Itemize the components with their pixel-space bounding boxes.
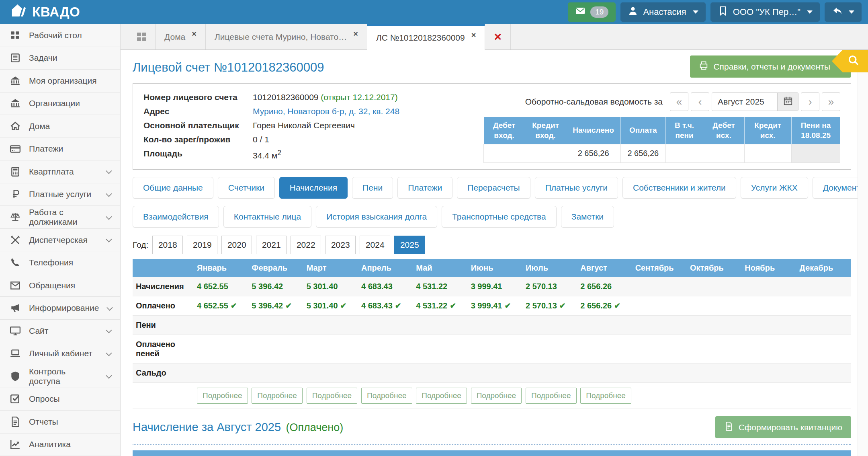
back-actions-menu[interactable] bbox=[825, 2, 862, 22]
next-year-button[interactable]: » bbox=[822, 92, 840, 111]
tab-meters[interactable]: Счетчики bbox=[218, 177, 275, 199]
tab-paid-services[interactable]: Платные услуги bbox=[535, 177, 618, 199]
year-2024-button[interactable]: 2024 bbox=[360, 236, 390, 254]
sidebar-item-paid-services[interactable]: Платные услуги bbox=[0, 183, 120, 206]
report-icon bbox=[10, 416, 21, 427]
sidebar-item-tasks[interactable]: Задачи bbox=[0, 47, 120, 70]
details-button-july[interactable]: Подробнее bbox=[526, 388, 577, 404]
prev-month-button[interactable]: ‹ bbox=[691, 92, 709, 111]
payer-name: Горев Николай Сергеевич bbox=[253, 121, 399, 130]
prev-year-button[interactable]: « bbox=[670, 92, 688, 111]
chevron-down-icon bbox=[106, 327, 112, 333]
tab-owners-residents[interactable]: Собственники и жители bbox=[622, 177, 736, 199]
details-button-february[interactable]: Подробнее bbox=[252, 388, 303, 404]
year-2022-button[interactable]: 2022 bbox=[291, 236, 321, 254]
sidebar-item-my-organization[interactable]: Моя организация bbox=[0, 70, 120, 92]
megaphone-icon bbox=[10, 302, 21, 314]
tab-penalties[interactable]: Пени bbox=[352, 177, 393, 199]
tab-utilities[interactable]: Услуги ЖКХ bbox=[741, 177, 808, 199]
calendar-button[interactable] bbox=[777, 93, 798, 111]
period-picker[interactable]: Август 2025 bbox=[712, 92, 798, 111]
details-button-march[interactable]: Подробнее bbox=[307, 388, 358, 404]
grid-icon bbox=[137, 33, 146, 41]
tab-interactions[interactable]: Взаимодействия bbox=[133, 206, 219, 228]
accrual-section-title: Начисление за Август 2025 bbox=[133, 421, 281, 433]
close-all-tabs-button[interactable]: × bbox=[485, 24, 511, 49]
sidebar-item-personal-account[interactable]: Личный кабинет bbox=[0, 342, 120, 365]
kvado-house-icon bbox=[10, 2, 27, 22]
paid-check-icon: ✔ bbox=[450, 302, 456, 310]
tab-general-data[interactable]: Общие данные bbox=[133, 177, 213, 199]
year-2021-button[interactable]: 2021 bbox=[256, 236, 287, 254]
paid-check-icon: ✔ bbox=[285, 302, 292, 310]
sidebar-item-telephony[interactable]: Телефония bbox=[0, 251, 120, 274]
sidebar-item-desktop[interactable]: Рабочий стол bbox=[0, 24, 120, 47]
credit-card-icon bbox=[10, 143, 21, 154]
close-icon[interactable]: × bbox=[192, 29, 197, 39]
shield-icon bbox=[10, 371, 21, 382]
vertical-scrollbar[interactable] bbox=[858, 50, 868, 456]
year-2019-button[interactable]: 2019 bbox=[187, 236, 217, 254]
tab-accruals[interactable]: Начисления bbox=[279, 177, 348, 199]
details-button-april[interactable]: Подробнее bbox=[361, 388, 412, 404]
sidebar-item-organizations[interactable]: Организации bbox=[0, 92, 120, 115]
home-icon bbox=[10, 121, 21, 132]
year-2023-button[interactable]: 2023 bbox=[325, 236, 356, 254]
reports-documents-button[interactable]: Справки, отчеты и документы bbox=[690, 55, 851, 78]
organization-menu[interactable]: ООО "УК Пер…" bbox=[710, 2, 820, 22]
tab-vehicles[interactable]: Транспортные средства bbox=[442, 206, 557, 228]
table-header-row: Услуга ЖКХ Способ расчета Расход Тариф Н… bbox=[133, 450, 851, 456]
generate-receipt-button[interactable]: Сформировать квитанцию bbox=[715, 416, 851, 438]
details-button-may[interactable]: Подробнее bbox=[416, 388, 467, 404]
table-row-accruals: Начисления 4 652.55 5 396.42 5 301.40 4 … bbox=[133, 277, 851, 296]
calendar-icon bbox=[783, 96, 793, 107]
sidebar-item-reports[interactable]: Отчеты bbox=[0, 411, 120, 433]
sidebar-item-dispatch[interactable]: Диспетчерская bbox=[0, 229, 120, 252]
sidebar-item-analytics[interactable]: Аналитика bbox=[0, 433, 120, 456]
app-window: КВАДО 19 Анастасия ООО "УК Пер…" bbox=[0, 0, 868, 456]
receipt-document-icon bbox=[724, 421, 734, 433]
sidebar-item-rent[interactable]: Квартплата bbox=[0, 160, 120, 183]
chevron-down-icon bbox=[849, 10, 854, 14]
paid-check-icon: ✔ bbox=[505, 302, 511, 310]
address-link[interactable]: Мурино, Новаторов б-р, д. 32, кв. 248 bbox=[253, 107, 399, 116]
organization-name: ООО "УК Пер…" bbox=[733, 7, 800, 17]
sidebar-item-houses[interactable]: Дома bbox=[0, 115, 120, 138]
table-row-balance: Сальдо bbox=[133, 364, 851, 383]
messages-button[interactable]: 19 bbox=[568, 2, 616, 22]
phone-icon bbox=[10, 257, 21, 268]
chevron-down-icon bbox=[106, 214, 112, 220]
sidebar-item-access-control[interactable]: Контроль доступа bbox=[0, 365, 120, 388]
close-icon[interactable]: × bbox=[353, 29, 358, 39]
sidebar-item-website[interactable]: Сайт bbox=[0, 320, 120, 343]
next-month-button[interactable]: › bbox=[801, 92, 819, 111]
tab-debt-collection-history[interactable]: История взыскания долга bbox=[316, 206, 437, 228]
tab-contacts[interactable]: Контактные лица bbox=[223, 206, 312, 228]
chevron-down-icon bbox=[693, 10, 698, 14]
envelope-icon bbox=[10, 280, 21, 291]
details-button-august[interactable]: Подробнее bbox=[580, 388, 631, 404]
sidebar-item-payments[interactable]: Платежи bbox=[0, 138, 120, 161]
tab-account-current[interactable]: ЛС №10120182360009 × bbox=[367, 24, 485, 50]
printer-icon bbox=[699, 61, 708, 72]
year-2020-button[interactable]: 2020 bbox=[221, 236, 252, 254]
sidebar-item-debtors[interactable]: Работа с должниками bbox=[0, 206, 120, 229]
details-button-june[interactable]: Подробнее bbox=[471, 388, 522, 404]
tab-recalculations[interactable]: Перерасчеты bbox=[457, 177, 530, 199]
year-2025-button[interactable]: 2025 bbox=[394, 236, 425, 254]
tab-payments[interactable]: Платежи bbox=[397, 177, 452, 199]
paid-check-icon: ✔ bbox=[614, 302, 620, 310]
close-icon[interactable]: × bbox=[471, 31, 476, 40]
details-button-january[interactable]: Подробнее bbox=[197, 388, 248, 404]
brand-logo[interactable]: КВАДО bbox=[0, 2, 90, 22]
user-menu[interactable]: Анастасия bbox=[620, 2, 705, 22]
tab-accounts-list[interactable]: Лицевые счета Мурино, Новато… × bbox=[206, 24, 367, 49]
sidebar-item-surveys[interactable]: Опросы bbox=[0, 388, 120, 411]
sidebar-item-informing[interactable]: Информирование bbox=[0, 297, 120, 320]
tab-notes[interactable]: Заметки bbox=[561, 206, 614, 228]
sidebar-item-requests[interactable]: Обращения bbox=[0, 274, 120, 297]
tab-list-button[interactable] bbox=[128, 24, 156, 49]
table-header-row: Дебет вход. Кредит вход. Начислено Оплат… bbox=[484, 117, 840, 144]
year-2018-button[interactable]: 2018 bbox=[152, 236, 183, 254]
tab-houses[interactable]: Дома × bbox=[156, 24, 206, 49]
